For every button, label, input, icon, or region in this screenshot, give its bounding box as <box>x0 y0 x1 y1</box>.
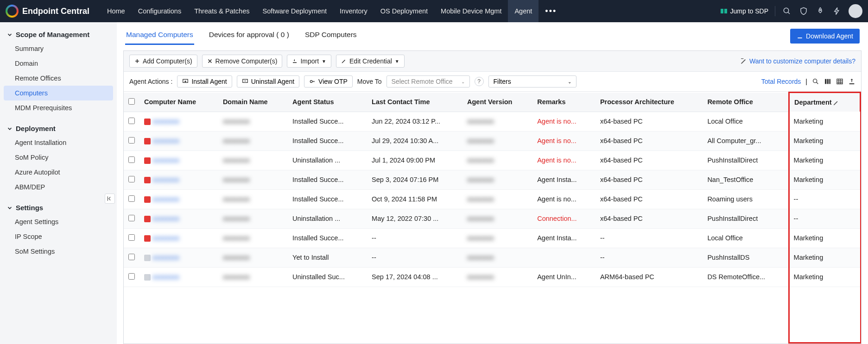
total-records-link[interactable]: Total Records <box>761 78 801 85</box>
download-agent-button[interactable]: Download Agent <box>790 29 860 44</box>
column-header[interactable]: Domain Name <box>218 93 288 112</box>
cell: xxxxxxxx <box>218 112 288 131</box>
separator <box>775 6 775 16</box>
sidebar-section-scope-of-management[interactable]: Scope of Management <box>0 28 117 41</box>
uninstall-label: Uninstall Agent <box>251 78 294 85</box>
sidebar-item-som-settings[interactable]: SoM Settings <box>0 244 117 259</box>
cell: Yet to Install <box>288 248 367 267</box>
sidebar-section-deployment[interactable]: Deployment <box>0 122 117 135</box>
row-checkbox[interactable] <box>128 254 135 260</box>
main-content: Managed ComputersDevices for approval ( … <box>117 22 868 344</box>
sidebar-item-summary[interactable]: Summary <box>0 41 117 56</box>
user-avatar[interactable] <box>849 4 862 18</box>
remove-computer-button[interactable]: Remove Computer(s) <box>202 55 283 68</box>
status-square-icon <box>144 216 151 222</box>
nav-item-software-deployment[interactable]: Software Deployment <box>256 0 333 22</box>
cell: Agent is no... <box>532 112 596 131</box>
sidebar-item-mdm-prerequisites[interactable]: MDM Prerequisites <box>0 100 117 115</box>
customize-link[interactable]: Want to customize computer details? <box>740 57 855 65</box>
subtab-devices-for-approval-[interactable]: Devices for approval ( 0 ) <box>208 27 290 45</box>
column-header[interactable]: Remote Office <box>703 93 789 112</box>
row-checkbox[interactable] <box>128 215 135 221</box>
sidebar-collapse-button[interactable] <box>105 194 115 204</box>
select-ro-placeholder: Select Remote Office <box>392 78 453 85</box>
chevron-down-icon: ⌄ <box>568 79 571 84</box>
sidebar-item-domain[interactable]: Domain <box>0 56 117 71</box>
svg-rect-11 <box>827 79 829 84</box>
filters-select[interactable]: Filters ⌄ <box>488 75 577 88</box>
table-wrap[interactable]: Computer NameDomain NameAgent StatusLast… <box>124 92 861 344</box>
sidebar-item-agent-installation[interactable]: Agent Installation <box>0 135 117 150</box>
row-checkbox[interactable] <box>128 118 135 124</box>
nav-item-inventory[interactable]: Inventory <box>333 0 374 22</box>
uninstall-agent-button[interactable]: Uninstall Agent <box>237 75 299 88</box>
cell <box>124 150 139 170</box>
table-row[interactable]: xxxxxxxxxxxxxxxxUninstallation ...May 12… <box>124 209 861 228</box>
row-checkbox[interactable] <box>128 137 135 144</box>
column-header[interactable]: Processor Architecture <box>596 93 703 112</box>
table-row[interactable]: xxxxxxxxxxxxxxxxInstalled Succe...Jun 22… <box>124 112 861 131</box>
jump-to-sdp-link[interactable]: Jump to SDP <box>720 7 768 15</box>
row-checkbox[interactable] <box>128 176 135 182</box>
row-checkbox[interactable] <box>128 273 135 280</box>
sidebar-item-agent-settings[interactable]: Agent Settings <box>0 214 117 229</box>
sidebar-item-azure-autopilot[interactable]: Azure Autopilot <box>0 165 117 180</box>
export-icon[interactable] <box>848 78 855 85</box>
column-header[interactable]: Computer Name <box>139 93 218 112</box>
row-checkbox[interactable] <box>128 234 135 241</box>
nav-item-home[interactable]: Home <box>101 0 132 22</box>
select-all-checkbox[interactable] <box>128 98 135 105</box>
nav-item-threats-patches[interactable]: Threats & Patches <box>188 0 256 22</box>
sidebar-section-settings[interactable]: Settings <box>0 201 117 214</box>
cell: xxxxxxxx <box>218 209 288 228</box>
caret-down-icon: ▼ <box>322 59 326 64</box>
install-agent-button[interactable]: Install Agent <box>177 75 232 88</box>
add-computer-button[interactable]: Add Computer(s) <box>129 55 197 68</box>
subtab-sdp-computers[interactable]: SDP Computers <box>304 27 358 45</box>
edit-credential-button[interactable]: Edit Credential ▼ <box>336 55 405 68</box>
table-row[interactable]: xxxxxxxxxxxxxxxxYet to Install--xxxxxxxx… <box>124 248 861 267</box>
table-view-icon[interactable] <box>836 78 843 85</box>
table-row[interactable]: xxxxxxxxxxxxxxxxInstalled Succe...Oct 9,… <box>124 189 861 209</box>
bolt-icon[interactable] <box>832 6 842 16</box>
subtab-managed-computers[interactable]: Managed Computers <box>125 27 194 45</box>
nav-item-configurations[interactable]: Configurations <box>132 0 188 22</box>
status-square-icon <box>144 157 151 164</box>
shield-icon[interactable] <box>798 6 809 16</box>
column-header[interactable]: Agent Version <box>463 93 532 112</box>
sidebar-item-remote-offices[interactable]: Remote Offices <box>0 71 117 86</box>
app-logo[interactable]: Endpoint Central <box>6 5 89 18</box>
nav-more[interactable]: ••• <box>539 6 563 16</box>
filters-label: Filters <box>494 78 511 85</box>
cell: -- <box>367 228 463 248</box>
table-row[interactable]: xxxxxxxxxxxxxxxxInstalled Succe...Sep 3,… <box>124 170 861 189</box>
import-button[interactable]: Import ▼ <box>287 55 331 68</box>
nav-item-agent[interactable]: Agent <box>508 0 539 22</box>
column-header[interactable]: Department <box>789 93 861 112</box>
column-header[interactable]: Remarks <box>532 93 596 112</box>
view-otp-button[interactable]: View OTP <box>304 75 353 88</box>
sidebar-item-abm-dep[interactable]: ABM/DEP <box>0 180 117 194</box>
sidebar-item-computers[interactable]: Computers <box>4 86 113 100</box>
sidebar-item-ip-scope[interactable]: IP Scope <box>0 229 117 244</box>
sidebar-item-som-policy[interactable]: SoM Policy <box>0 150 117 165</box>
table-search-icon[interactable] <box>812 78 819 85</box>
pencil-icon[interactable] <box>833 100 839 106</box>
table-row[interactable]: xxxxxxxxxxxxxxxxUninstalled Suc...Sep 17… <box>124 267 861 287</box>
search-icon[interactable] <box>782 6 792 16</box>
nav-item-mobile-device-mgmt[interactable]: Mobile Device Mgmt <box>434 0 508 22</box>
table-row[interactable]: xxxxxxxxxxxxxxxxInstalled Succe...--xxxx… <box>124 228 861 248</box>
column-header[interactable]: Last Contact Time <box>367 93 463 112</box>
table-row[interactable]: xxxxxxxxxxxxxxxxInstalled Succe...Jul 29… <box>124 131 861 150</box>
column-settings-icon[interactable] <box>824 78 831 85</box>
row-checkbox[interactable] <box>128 195 135 202</box>
row-checkbox[interactable] <box>128 156 135 163</box>
rocket-icon[interactable] <box>815 6 825 16</box>
help-icon[interactable]: ? <box>475 77 484 86</box>
remote-office-select[interactable]: Select Remote Office ⌄ <box>386 75 470 88</box>
column-header[interactable]: Agent Status <box>288 93 367 112</box>
status-square-icon <box>144 177 151 183</box>
nav-item-os-deployment[interactable]: OS Deployment <box>374 0 434 22</box>
table-row[interactable]: xxxxxxxxxxxxxxxxUninstallation ...Jul 1,… <box>124 150 861 170</box>
column-header[interactable] <box>124 93 139 112</box>
